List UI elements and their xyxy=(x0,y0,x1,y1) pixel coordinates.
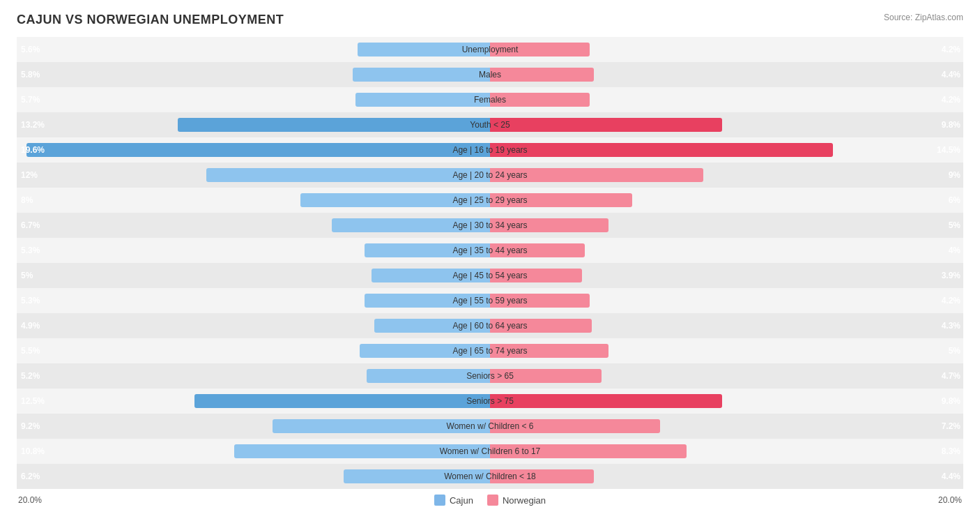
left-half: 5.5% xyxy=(17,338,490,363)
left-half: 13.2% xyxy=(17,112,490,137)
left-half: 5.7% xyxy=(17,87,490,112)
value-left: 6.7% xyxy=(21,220,40,230)
bar-right xyxy=(490,394,722,408)
right-half: 4% xyxy=(490,238,963,263)
value-right: 4.2% xyxy=(942,45,960,54)
bar-left xyxy=(372,269,490,282)
right-half: 4.2% xyxy=(490,37,963,62)
left-half: 9.2% xyxy=(17,414,490,439)
chart-row: 6.2% Women w/ Children < 18 4.4% xyxy=(17,464,963,489)
value-right: 5% xyxy=(949,346,960,356)
left-half: 12% xyxy=(17,163,490,188)
bar-left xyxy=(353,68,490,82)
left-half: 8% xyxy=(17,188,490,213)
norwegian-label: Norwegian xyxy=(503,495,546,506)
right-half: 5% xyxy=(490,213,963,238)
bar-right xyxy=(490,419,660,433)
left-half: 19.6% xyxy=(17,137,490,163)
bar-left xyxy=(178,118,490,132)
bar-right xyxy=(490,243,585,257)
right-half: 4.2% xyxy=(490,288,963,313)
bar-left xyxy=(365,243,490,257)
value-right: 6% xyxy=(949,195,960,205)
chart-row: 5.6% Unemployment 4.2% xyxy=(17,37,963,62)
bar-left xyxy=(332,218,490,232)
left-half: 5% xyxy=(17,263,490,288)
legend-norwegian: Norwegian xyxy=(487,495,546,506)
value-right: 4.7% xyxy=(942,371,960,381)
chart-source: Source: ZipAtlas.com xyxy=(884,13,963,22)
value-left: 5.8% xyxy=(21,70,40,80)
value-right: 9.8% xyxy=(942,396,960,406)
bar-right xyxy=(490,344,608,358)
left-half: 5.3% xyxy=(17,288,490,313)
chart-container: CAJUN VS NORWEGIAN UNEMPLOYMENT Source: … xyxy=(0,0,980,520)
chart-row: 5.2% Seniors > 65 4.7% xyxy=(17,363,963,389)
right-half: 6% xyxy=(490,188,963,213)
value-left: 6.2% xyxy=(21,472,40,481)
right-half: 14.5% xyxy=(490,137,963,163)
left-half: 5.2% xyxy=(17,363,490,389)
right-half: 9% xyxy=(490,163,963,188)
value-left: 5.6% xyxy=(21,45,40,54)
chart-row: 19.6% Age | 16 to 19 years 14.5% xyxy=(17,137,963,163)
cajun-color-box xyxy=(434,495,445,506)
chart-row: 5.5% Age | 65 to 74 years 5% xyxy=(17,338,963,363)
chart-row: 9.2% Women w/ Children < 6 7.2% xyxy=(17,414,963,439)
value-right: 4.3% xyxy=(942,321,960,331)
chart-title: CAJUN VS NORWEGIAN UNEMPLOYMENT xyxy=(17,13,284,27)
value-left: 5.5% xyxy=(21,346,40,356)
left-half: 5.6% xyxy=(17,37,490,62)
left-half: 6.7% xyxy=(17,213,490,238)
value-right: 7.2% xyxy=(942,421,960,431)
value-left: 5.3% xyxy=(21,246,40,255)
right-half: 5% xyxy=(490,338,963,363)
bar-left xyxy=(367,369,490,383)
chart-header: CAJUN VS NORWEGIAN UNEMPLOYMENT Source: … xyxy=(17,13,963,27)
value-right: 4.4% xyxy=(942,472,960,481)
chart-row: 5.3% Age | 35 to 44 years 4% xyxy=(17,238,963,263)
chart-row: 5.8% Males 4.4% xyxy=(17,62,963,87)
left-half: 5.8% xyxy=(17,62,490,87)
value-right: 4.4% xyxy=(942,70,960,80)
bar-right xyxy=(490,369,602,383)
cajun-label: Cajun xyxy=(450,495,473,506)
bar-left xyxy=(374,319,490,333)
bar-right xyxy=(490,118,722,132)
bar-left xyxy=(206,168,490,182)
bar-left xyxy=(234,444,490,458)
left-half: 10.8% xyxy=(17,439,490,464)
bar-right xyxy=(490,193,632,207)
value-right: 8.3% xyxy=(942,446,960,456)
bar-right xyxy=(490,168,703,182)
chart-row: 8% Age | 25 to 29 years 6% xyxy=(17,188,963,213)
chart-body: 5.6% Unemployment 4.2% 5.8% Males 4.4% 5… xyxy=(17,37,963,489)
value-right: 14.5% xyxy=(937,145,960,155)
value-right: 3.9% xyxy=(942,271,960,280)
bar-left xyxy=(26,143,490,157)
bar-right xyxy=(490,294,590,308)
value-left: 13.2% xyxy=(21,120,45,130)
value-left: 12% xyxy=(21,170,38,180)
value-left: 9.2% xyxy=(21,421,40,431)
bar-left xyxy=(365,294,490,308)
bar-left xyxy=(358,43,490,56)
right-half: 4.4% xyxy=(490,62,963,87)
chart-row: 5% Age | 45 to 54 years 3.9% xyxy=(17,263,963,288)
value-right: 4% xyxy=(949,246,960,255)
bar-left xyxy=(273,419,490,433)
bar-left xyxy=(194,394,490,408)
left-half: 6.2% xyxy=(17,464,490,489)
legend-cajun: Cajun xyxy=(434,495,473,506)
left-half: 12.5% xyxy=(17,389,490,414)
bar-right xyxy=(490,143,833,157)
value-left: 5.7% xyxy=(21,95,40,105)
value-left: 19.6% xyxy=(21,145,45,155)
value-right: 4.2% xyxy=(942,95,960,105)
bar-right xyxy=(490,43,590,56)
bar-right xyxy=(490,269,582,282)
chart-footer: 20.0% Cajun Norwegian 20.0% xyxy=(17,495,963,506)
value-left: 5.2% xyxy=(21,371,40,381)
chart-row: 10.8% Women w/ Children 6 to 17 8.3% xyxy=(17,439,963,464)
bar-right xyxy=(490,444,687,458)
